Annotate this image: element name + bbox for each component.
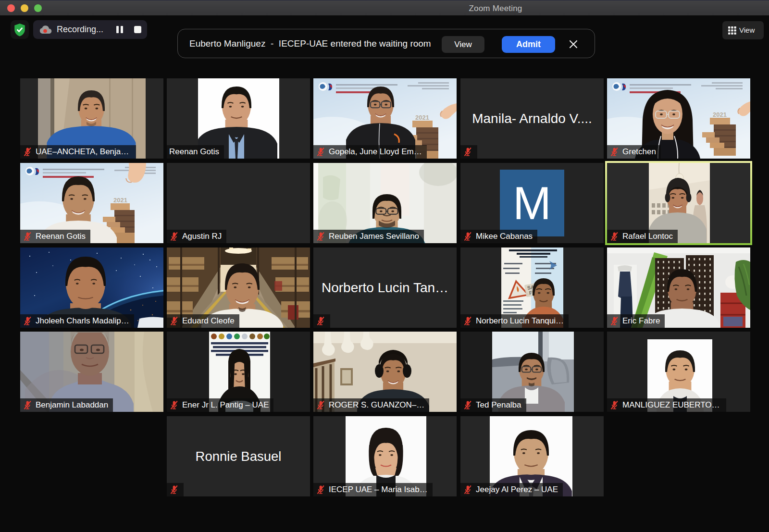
svg-text:2021: 2021 xyxy=(713,111,727,118)
svg-text:2021: 2021 xyxy=(113,197,127,204)
svg-text:2021: 2021 xyxy=(415,114,429,121)
